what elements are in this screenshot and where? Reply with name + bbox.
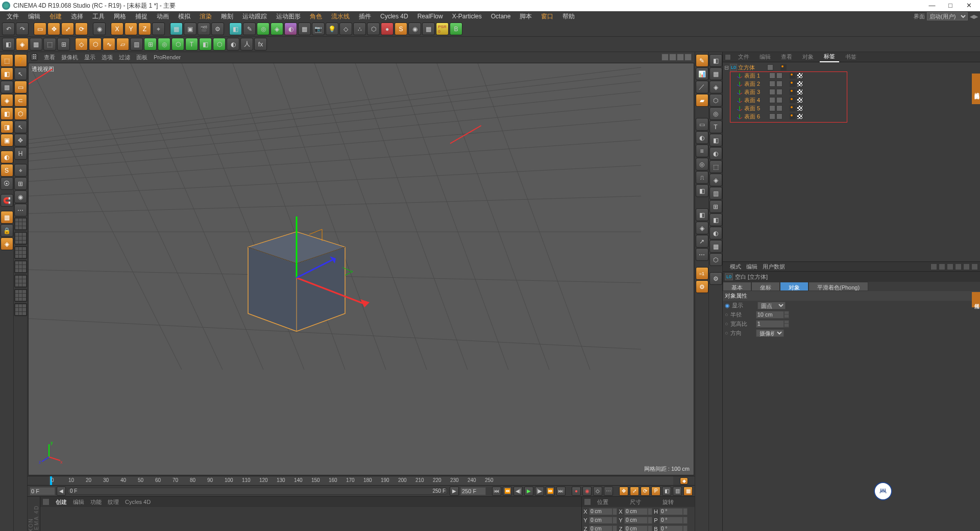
more-icon[interactable]: ⋯ xyxy=(14,204,27,216)
rb-6[interactable]: T xyxy=(709,120,722,133)
select-tool[interactable]: ▭ xyxy=(34,22,46,35)
cmd-2[interactable]: ◈ xyxy=(16,38,29,51)
vis-tag[interactable] xyxy=(769,89,775,95)
sel-tag[interactable] xyxy=(776,105,782,111)
tree-child-name[interactable]: 表面 4 xyxy=(744,96,760,104)
cmd-4[interactable]: ⬚ xyxy=(43,38,56,51)
brush-icon[interactable]: ✎ xyxy=(696,54,708,67)
attr-nav-back-icon[interactable] xyxy=(930,263,937,270)
vp-menu-view[interactable]: 查看 xyxy=(44,54,55,61)
close-button[interactable]: ✕ xyxy=(960,1,978,11)
vis-tag[interactable] xyxy=(769,105,775,111)
dot-icon[interactable]: ◉ xyxy=(14,190,27,203)
step-fwd-icon[interactable]: ⏩ xyxy=(546,487,555,496)
tag-b[interactable] xyxy=(797,73,803,79)
arrow-icon[interactable]: ↗ xyxy=(696,235,708,248)
psr-button[interactable]: PSR0 xyxy=(436,22,449,35)
deform-icon[interactable]: ◈ xyxy=(696,222,708,234)
rb-1[interactable]: ◧ xyxy=(709,54,722,67)
vp-menu-options[interactable]: 选项 xyxy=(102,54,113,61)
timeline-prev-icon[interactable]: ◀ xyxy=(57,487,66,496)
spin-icon[interactable] xyxy=(648,508,652,515)
rb-13[interactable]: ◧ xyxy=(709,213,722,226)
spin-icon[interactable] xyxy=(648,517,652,524)
add-scene[interactable]: ◇ xyxy=(339,22,352,35)
menu-window[interactable]: 窗口 xyxy=(536,11,558,22)
tag-b[interactable] xyxy=(797,81,803,87)
vis-tag[interactable] xyxy=(767,64,773,70)
vp-nav-1[interactable] xyxy=(662,54,669,61)
vp-menu-camera[interactable]: 摄像机 xyxy=(61,54,78,61)
vp-nav-3[interactable] xyxy=(677,54,684,61)
lock-mode[interactable]: 🔒 xyxy=(1,224,13,237)
rb-8[interactable]: ◐ xyxy=(709,147,722,160)
sel-tag[interactable] xyxy=(776,113,782,119)
sel-tag[interactable] xyxy=(776,89,782,95)
rb-3[interactable]: ◈ xyxy=(709,81,722,93)
edge-mode[interactable]: ◨ xyxy=(1,120,13,133)
vis-tag[interactable] xyxy=(769,81,775,87)
tag-a[interactable] xyxy=(790,73,796,79)
tree-child-row[interactable]: 表面 5 xyxy=(724,104,979,112)
menu-file[interactable]: 文件 xyxy=(2,11,23,22)
vp-menu-filter[interactable]: 过滤 xyxy=(119,54,130,61)
autokey-icon[interactable]: ◉ xyxy=(582,487,592,496)
gear-icon[interactable]: ⚙ xyxy=(696,280,708,293)
sel-tag[interactable] xyxy=(776,73,782,79)
move-tool[interactable]: ✥ xyxy=(47,22,60,35)
coord-pos-input[interactable] xyxy=(589,525,612,532)
object-tree[interactable]: ⊟ L0 立方体 表面 1 表面 2 表面 3 表面 4 xyxy=(723,62,980,261)
workplane-mode[interactable]: ◈ xyxy=(1,94,13,107)
key-opts-icon[interactable]: ⋯ xyxy=(604,487,613,496)
attr-userdata[interactable]: 用户数据 xyxy=(763,263,785,271)
tree-child-name[interactable]: 表面 1 xyxy=(744,72,760,80)
coord-pos-input[interactable] xyxy=(589,508,612,515)
tag-b[interactable] xyxy=(797,113,803,119)
rb-5[interactable]: ◎ xyxy=(709,107,722,120)
cmd-14[interactable]: T xyxy=(185,38,198,51)
add-deformer[interactable]: ◐ xyxy=(284,22,297,35)
tree-root-name[interactable]: 立方体 xyxy=(738,64,755,71)
menu-tools[interactable]: 工具 xyxy=(88,11,109,22)
x-axis-lock[interactable]: X xyxy=(111,22,124,35)
cross-icon[interactable]: ✥ xyxy=(14,134,27,147)
palette-3[interactable] xyxy=(14,246,27,259)
menu-simulate[interactable]: 模拟 xyxy=(174,11,195,22)
layout-expand-icon[interactable]: ◀▶ xyxy=(970,13,978,20)
tab-function[interactable]: 功能 xyxy=(90,498,102,506)
menu-xparticles[interactable]: X-Particles xyxy=(448,12,486,21)
tree-child-name[interactable]: 表面 3 xyxy=(744,88,760,96)
coord-size-input[interactable] xyxy=(624,517,648,524)
menu-realflow[interactable]: RealFlow xyxy=(413,12,448,21)
rb-12[interactable]: ⊞ xyxy=(709,200,722,213)
tag-b[interactable] xyxy=(797,105,803,111)
coord-rot-input[interactable] xyxy=(659,517,683,524)
menu-motrack[interactable]: 运动跟踪 xyxy=(238,11,272,22)
palette-5[interactable] xyxy=(14,275,27,287)
tree-child-row[interactable]: 表面 4 xyxy=(724,96,979,104)
help-icon[interactable]: ? xyxy=(14,54,27,67)
coord-rot-input[interactable] xyxy=(659,508,683,515)
timeline-next-icon[interactable]: ▶ xyxy=(450,487,459,496)
vp-nav-2[interactable] xyxy=(669,54,676,61)
tag-a[interactable] xyxy=(790,97,796,103)
fill-icon[interactable]: ▰ xyxy=(696,94,708,107)
tab-texture[interactable]: 纹理 xyxy=(108,498,119,506)
om-tab-object[interactable]: 对象 xyxy=(798,52,818,62)
menu-render[interactable]: 渲染 xyxy=(195,11,216,22)
cmd-18[interactable]: 人 xyxy=(240,38,253,51)
tag-a[interactable] xyxy=(790,89,796,95)
prop-display-select[interactable]: 圆点 xyxy=(757,302,786,309)
cmd-6[interactable]: ◇ xyxy=(75,38,88,51)
cmd-9[interactable]: ▱ xyxy=(116,38,129,51)
tree-child-row[interactable]: 表面 6 xyxy=(724,112,979,120)
layout-select[interactable]: 启动(用户) xyxy=(927,12,968,20)
menu-plugins[interactable]: 插件 xyxy=(354,11,376,22)
attr-lock-icon[interactable] xyxy=(955,263,962,270)
prop-aspect-input[interactable] xyxy=(756,320,784,328)
menu-snap[interactable]: 捕捉 xyxy=(131,11,152,22)
menu-script[interactable]: 脚本 xyxy=(515,11,536,22)
chart-icon[interactable]: 📊 xyxy=(696,67,708,80)
more2-icon[interactable]: ⋯ xyxy=(696,248,708,261)
filter-r-icon[interactable]: ⟳ xyxy=(641,487,650,496)
